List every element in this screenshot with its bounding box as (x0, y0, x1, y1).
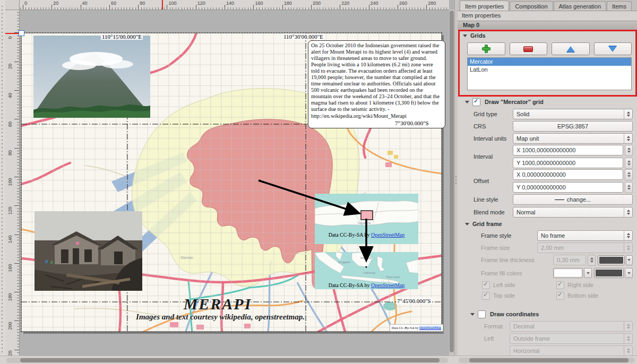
crs-row: CRS EPSG:3857 (474, 120, 633, 132)
draw-coordinates-header: Draw coordinates (470, 308, 633, 320)
line-style-label: Line style (474, 196, 513, 203)
crs-label: CRS (474, 123, 513, 129)
selection-handle[interactable] (19, 30, 24, 36)
tab-items[interactable]: Items (607, 1, 632, 11)
coord-direction-row: Horizontal (474, 344, 633, 356)
coord-label-lat-lower: 7°45'00.000"S (396, 298, 432, 304)
interval-label: Interval (474, 153, 513, 160)
canvas-vertical-scrollbar[interactable] (449, 10, 454, 356)
add-grid-button[interactable] (467, 42, 505, 55)
ruler-number: 20 (7, 61, 13, 72)
interval-x-input[interactable]: X 1000,000000000000 (513, 145, 623, 155)
tab-composition[interactable]: Composition (510, 1, 553, 11)
article-text-item: On 25 October 2010 the Indonesian govern… (308, 40, 445, 128)
scrollbar-thumb[interactable] (450, 11, 454, 352)
ruler-number: 100 (7, 177, 13, 187)
item-header: Map 0 (458, 21, 637, 30)
tab-atlas-generation[interactable]: Atlas generation (554, 1, 607, 11)
ruler-number: 200 (313, 1, 321, 6)
collapse-icon (463, 34, 467, 37)
osm-link[interactable]: OpenStreetMap (419, 326, 441, 330)
map-subtitle: Images and text courtesy wikipedia, open… (72, 313, 369, 322)
draw-grid-checkbox[interactable] (472, 98, 480, 106)
ruler-number: 140 (226, 1, 234, 6)
move-grid-up-button[interactable] (552, 42, 590, 55)
osm-link[interactable]: OpenStreetMap (371, 232, 404, 238)
photo-destroyed-houses (35, 211, 142, 291)
spinner-icon (624, 334, 632, 343)
ruler-number: 260 (399, 1, 407, 6)
move-grid-down-button[interactable] (594, 42, 632, 55)
spinner-icon[interactable] (624, 207, 632, 217)
spinner-icon[interactable] (625, 182, 633, 193)
offset-x-input[interactable]: X 0,000000000000 (513, 169, 623, 180)
collapse-icon (470, 313, 475, 316)
top-side-checkbox (482, 292, 490, 300)
frame-thickness-input: 0,30 mm (553, 255, 586, 265)
grid-list: Mercator LatLon (467, 57, 632, 90)
interval-units-row: Interval units Map unit (474, 132, 633, 144)
offset-row: Offset X 0,000000000000 Y 0,000000000000 (474, 169, 633, 193)
ruler-number: 120 (197, 1, 205, 6)
grids-section-header[interactable]: Grids (463, 32, 633, 39)
panel-title: Item properties (458, 11, 637, 21)
line-style-button[interactable]: change... (513, 194, 633, 205)
tab-item-properties[interactable]: Item properties (460, 1, 509, 11)
coord-format-label: Format (474, 323, 510, 330)
ruler-number: 120 (7, 205, 13, 216)
coord-left-label: Left (474, 335, 510, 342)
ruler-number: 0 (24, 1, 27, 6)
scrollbar-thumb[interactable] (20, 358, 440, 362)
coord-format-row: Format Decimal (474, 320, 633, 332)
spinner-icon[interactable] (625, 158, 633, 169)
ruler-number: 80 (140, 1, 145, 6)
ruler-number: 40 (7, 90, 13, 101)
map-attribution: Data CC-By-SA by OpenStreetMap (390, 324, 443, 332)
bottom-scrollbar-strip (0, 356, 637, 364)
interval-units-select[interactable]: Map unit (513, 133, 633, 144)
ruler-number: 100 (169, 1, 177, 6)
panel-tab-bar: Item properties Composition Atlas genera… (458, 0, 637, 11)
coord-label-lon-right: 110°30'00.000"E (282, 33, 324, 40)
spinner-icon[interactable] (625, 145, 633, 156)
spinner-icon[interactable] (624, 231, 632, 240)
frame-fill-color1-swatch (553, 268, 583, 278)
ruler-corner (5, 0, 20, 10)
panel-horizontal-scrollbar[interactable] (459, 358, 635, 363)
item-properties-panel: Item properties Composition Atlas genera… (458, 0, 637, 356)
spinner-icon (624, 346, 632, 356)
color-dropdown-icon (625, 268, 633, 278)
ruler-number: 180 (284, 1, 292, 6)
spinner-icon[interactable] (624, 109, 632, 119)
spinner-icon[interactable] (625, 169, 633, 180)
inset2-label-singapore: Singapore (338, 261, 350, 264)
blend-mode-select[interactable]: Normal (513, 207, 633, 218)
remove-grid-button[interactable] (510, 42, 548, 55)
grid-type-select[interactable]: Solid (513, 109, 633, 119)
ruler-number: 280 (428, 1, 436, 6)
offset-y-input[interactable]: Y 0,000000000000 (513, 182, 623, 193)
scrollbar-thumb[interactable] (469, 358, 629, 362)
ruler-number: 220 (7, 349, 13, 356)
composition-page-map-item[interactable]: Sleman (21, 33, 442, 332)
collapse-icon (465, 101, 469, 103)
ruler-cursor-marker-h (162, 0, 163, 10)
grid-list-item-latlon[interactable]: LatLon (468, 66, 631, 74)
color-dropdown-icon (584, 268, 592, 278)
canvas-horizontal-scrollbar[interactable] (6, 358, 448, 363)
ruler-number: 140 (7, 234, 13, 245)
spinner-icon[interactable] (624, 134, 632, 143)
osm-link[interactable]: OpenStreetMap (371, 282, 404, 288)
ruler-vertical: 020406080100120140160180200220 (5, 10, 20, 356)
grid-frame-header: Grid frame (465, 219, 633, 229)
crs-button[interactable]: EPSG:3857 (513, 121, 633, 132)
inset2-label-indonesia: Indonesia (364, 271, 375, 274)
bottom-side-checkbox (556, 292, 564, 300)
minus-icon (523, 46, 533, 52)
frame-style-select[interactable]: No frame (537, 230, 633, 241)
inset1-caption: Data CC-By-SA by OpenStreetMap (315, 232, 418, 238)
draw-coordinates-checkbox[interactable] (478, 310, 486, 318)
grid-list-item-mercator[interactable]: Mercator (468, 58, 631, 66)
ruler-number: 0 (7, 32, 13, 43)
interval-y-input[interactable]: Y 1000,000000000000 (513, 158, 623, 168)
